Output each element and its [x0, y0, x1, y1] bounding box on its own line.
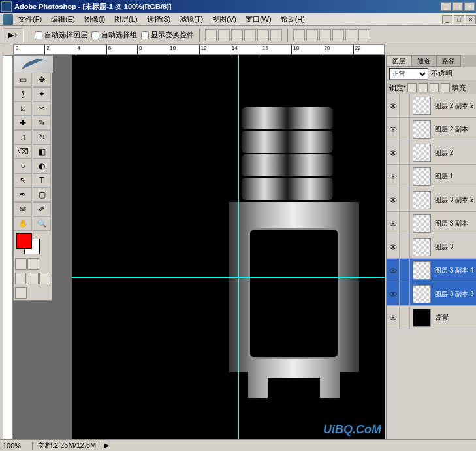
auto-select-group-check[interactable]: 自动选择组 — [91, 30, 137, 40]
visibility-toggle[interactable] — [387, 118, 400, 141]
menu-select[interactable]: 选择(S) — [143, 13, 175, 25]
shape-tool[interactable]: ▢ — [33, 188, 51, 202]
blur-tool[interactable]: ○ — [14, 159, 32, 173]
layer-thumbnail[interactable] — [413, 261, 431, 280]
distribute-top-button[interactable] — [293, 29, 305, 41]
visibility-toggle[interactable] — [387, 212, 400, 235]
layer-name[interactable]: 图层 2 — [434, 148, 476, 158]
history-brush-tool[interactable]: ↻ — [33, 130, 51, 144]
layer-thumbnail[interactable] — [413, 285, 431, 303]
wand-tool[interactable]: ✦ — [33, 87, 51, 101]
zoom-tool[interactable]: 🔍 — [33, 216, 51, 231]
layer-thumbnail[interactable] — [413, 144, 431, 162]
screen-full-menu-button[interactable] — [27, 273, 38, 284]
color-picker[interactable] — [14, 231, 52, 257]
slice-tool[interactable]: ✂ — [33, 101, 51, 116]
layer-thumbnail[interactable] — [413, 309, 431, 327]
type-tool[interactable]: T — [33, 173, 51, 188]
lock-transparency-button[interactable] — [407, 83, 417, 92]
layer-item[interactable]: 图层 3 — [387, 235, 476, 259]
canvas[interactable] — [72, 55, 385, 439]
layer-thumbnail[interactable] — [413, 214, 431, 233]
align-bottom-button[interactable] — [231, 29, 243, 41]
menu-edit[interactable]: 编辑(E) — [47, 13, 79, 25]
visibility-toggle[interactable] — [387, 141, 400, 165]
layer-link[interactable] — [400, 282, 410, 306]
document-info[interactable]: 文档:2.25M/12.6M — [33, 441, 101, 450]
visibility-toggle[interactable] — [387, 94, 400, 118]
path-tool[interactable]: ↖ — [14, 173, 32, 188]
layer-link[interactable] — [400, 165, 410, 188]
visibility-toggle[interactable] — [387, 306, 400, 329]
layer-item[interactable]: 图层 1 — [387, 165, 476, 188]
screen-full-button[interactable] — [39, 273, 50, 284]
move-tool[interactable]: ✥ — [33, 73, 51, 87]
screen-standard-button[interactable] — [15, 273, 26, 284]
menu-filter[interactable]: 滤镜(T) — [176, 13, 207, 25]
quickmask-mode-button[interactable] — [27, 258, 39, 270]
doc-close-button[interactable]: × — [466, 15, 476, 24]
lock-all-button[interactable] — [441, 83, 450, 92]
gradient-tool[interactable]: ◧ — [33, 144, 51, 159]
menu-file[interactable]: 文件(F) — [14, 13, 46, 25]
dodge-tool[interactable]: ◐ — [33, 159, 51, 173]
lasso-tool[interactable]: ⟆ — [14, 87, 32, 101]
visibility-toggle[interactable] — [387, 282, 400, 306]
distribute-vcenter-button[interactable] — [306, 29, 318, 41]
layer-link[interactable] — [400, 94, 410, 118]
show-transform-check[interactable]: 显示变换控件 — [141, 30, 194, 40]
guide-horizontal[interactable] — [72, 277, 385, 278]
layer-link[interactable] — [400, 235, 410, 259]
visibility-toggle[interactable] — [387, 235, 400, 259]
layer-item[interactable]: 图层 3 副本 2 — [387, 188, 476, 212]
layer-item[interactable]: 图层 2 副本 — [387, 118, 476, 141]
layer-item[interactable]: 图层 3 副本 — [387, 212, 476, 235]
layer-thumbnail[interactable] — [413, 167, 431, 186]
layer-item[interactable]: 图层 2 — [387, 141, 476, 165]
standard-mode-button[interactable] — [15, 258, 27, 270]
heal-tool[interactable]: ✚ — [14, 116, 32, 130]
align-hcenter-button[interactable] — [257, 29, 269, 41]
layer-name[interactable]: 图层 3 — [434, 242, 476, 252]
zoom-level[interactable]: 100% — [0, 442, 33, 450]
distribute-right-button[interactable] — [358, 29, 370, 41]
menu-window[interactable]: 窗口(W) — [242, 13, 276, 25]
layer-name[interactable]: 背景 — [434, 313, 476, 322]
align-left-button[interactable] — [244, 29, 256, 41]
pen-tool[interactable]: ✒ — [14, 188, 32, 202]
layer-name[interactable]: 图层 2 副本 — [434, 125, 476, 134]
layer-item[interactable]: 背景 — [387, 306, 476, 329]
lock-position-button[interactable] — [430, 83, 439, 92]
eyedropper-tool[interactable]: ✐ — [33, 202, 51, 216]
vertical-ruler[interactable] — [3, 55, 13, 439]
crop-tool[interactable]: ⟀ — [14, 101, 32, 116]
menu-help[interactable]: 帮助(H) — [277, 13, 309, 25]
blend-mode-select[interactable]: 正常 — [389, 68, 428, 80]
layer-link[interactable] — [400, 212, 410, 235]
layer-thumbnail[interactable] — [413, 191, 431, 209]
layer-name[interactable]: 图层 3 副本 2 — [434, 195, 476, 205]
layer-link[interactable] — [400, 306, 410, 329]
layer-name[interactable]: 图层 3 副本 4 — [434, 266, 476, 275]
layer-item[interactable]: 图层 3 副本 3 — [387, 282, 476, 306]
jump-to-button[interactable] — [15, 287, 27, 299]
layer-name[interactable]: 图层 2 副本 2 — [434, 101, 476, 110]
distribute-left-button[interactable] — [332, 29, 344, 41]
eraser-tool[interactable]: ⌫ — [14, 144, 32, 159]
brush-tool[interactable]: ✎ — [33, 116, 51, 130]
hand-tool[interactable]: ✋ — [14, 216, 32, 231]
layer-name[interactable]: 图层 3 副本 3 — [434, 290, 476, 299]
guide-vertical[interactable] — [238, 55, 239, 439]
doc-minimize-button[interactable]: _ — [442, 15, 452, 24]
distribute-hcenter-button[interactable] — [345, 29, 357, 41]
tab-channels[interactable]: 通道 — [411, 55, 436, 67]
layer-thumbnail[interactable] — [413, 238, 431, 256]
layer-link[interactable] — [400, 141, 410, 165]
distribute-bottom-button[interactable] — [319, 29, 331, 41]
maximize-button[interactable]: □ — [452, 2, 463, 11]
notes-tool[interactable]: ✉ — [14, 202, 32, 216]
layer-thumbnail[interactable] — [413, 97, 431, 115]
layer-thumbnail[interactable] — [413, 120, 431, 139]
align-right-button[interactable] — [270, 29, 282, 41]
layer-item[interactable]: 图层 2 副本 2 — [387, 94, 476, 118]
